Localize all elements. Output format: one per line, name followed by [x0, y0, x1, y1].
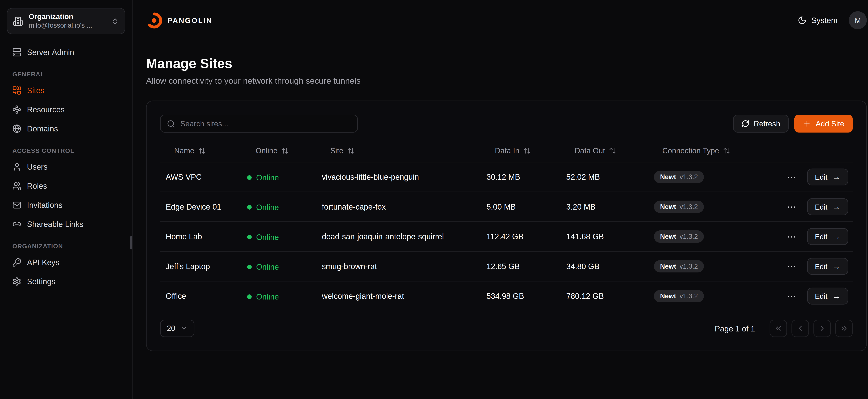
- arrow-right-icon: →: [833, 232, 840, 241]
- sidebar-item-shareable-links[interactable]: Shareable Links: [7, 215, 125, 233]
- row-actions-menu-button[interactable]: ⋯: [784, 170, 799, 184]
- sidebar-item-label: Shareable Links: [27, 220, 83, 229]
- sort-icon: [723, 147, 730, 154]
- sidebar-item-label: Domains: [27, 124, 58, 133]
- status-label: Online: [256, 173, 279, 182]
- arrow-right-icon: →: [833, 202, 840, 211]
- sidebar-item-roles[interactable]: Roles: [7, 177, 125, 195]
- next-page-button[interactable]: [813, 320, 831, 337]
- cell-site: smug-brown-rat: [316, 262, 481, 271]
- sidebar-item-invitations[interactable]: Invitations: [7, 196, 125, 214]
- last-page-button[interactable]: [835, 320, 853, 337]
- topbar: PANGOLIN System M: [133, 0, 868, 40]
- edit-button[interactable]: Edit→: [807, 288, 848, 305]
- column-header-data-out[interactable]: Data Out: [561, 146, 648, 155]
- cell-data-in: 534.98 GB: [481, 291, 561, 301]
- sidebar-item-label: Sites: [27, 86, 44, 95]
- plus-icon: [803, 119, 811, 128]
- link-icon: [12, 220, 21, 229]
- table-row: Jeff's Laptop Online smug-brown-rat 12.6…: [160, 251, 853, 281]
- sidebar-item-label: API Keys: [27, 258, 59, 267]
- column-label: Name: [174, 146, 194, 155]
- conn-version: v1.3.2: [679, 263, 698, 270]
- edit-button[interactable]: Edit→: [807, 228, 848, 245]
- edit-button[interactable]: Edit→: [807, 168, 848, 185]
- sidebar-item-resources[interactable]: Resources: [7, 100, 125, 119]
- org-switcher-value: milo@fossorial.io's ...: [29, 21, 105, 30]
- edit-label: Edit: [815, 203, 828, 211]
- page-size-value: 20: [167, 324, 175, 333]
- cell-data-out: 141.68 GB: [561, 232, 648, 241]
- sort-icon: [347, 147, 355, 154]
- sidebar-scrollbar-thumb[interactable]: [130, 236, 132, 249]
- gear-icon: [12, 277, 21, 286]
- table-footer: 20 Page 1 of 1: [160, 320, 853, 337]
- refresh-label: Refresh: [754, 119, 780, 128]
- search-input[interactable]: [180, 119, 351, 128]
- cell-actions: ⋯ Edit→: [761, 228, 853, 245]
- refresh-button[interactable]: Refresh: [733, 115, 789, 133]
- pangolin-logo-icon: [146, 12, 162, 28]
- globe-icon: [12, 124, 21, 133]
- cell-connection-type: Newtv1.3.2: [648, 290, 761, 302]
- page-size-select[interactable]: 20: [160, 320, 194, 337]
- conn-name: Newt: [660, 263, 676, 270]
- main-area: PANGOLIN System M Manage Sites Allow con…: [133, 0, 868, 399]
- sidebar-item-sites[interactable]: Sites: [7, 82, 125, 99]
- page-title: Manage Sites: [146, 55, 867, 71]
- chevron-right-icon: [818, 324, 826, 333]
- sidebar-item-users[interactable]: Users: [7, 158, 125, 176]
- page-subtitle: Allow connectivity to your network throu…: [146, 75, 867, 86]
- cell-online: Online: [242, 291, 316, 301]
- online-dot-icon: [247, 264, 252, 269]
- chevrons-up-down-icon: [111, 17, 119, 25]
- theme-toggle[interactable]: System: [798, 16, 838, 25]
- cell-connection-type: Newtv1.3.2: [648, 171, 761, 183]
- edit-label: Edit: [815, 292, 828, 300]
- user-icon: [12, 162, 21, 172]
- add-site-button[interactable]: Add Site: [794, 115, 853, 133]
- sidebar-section-general: GENERAL: [7, 62, 125, 82]
- first-page-button[interactable]: [770, 320, 787, 337]
- sidebar-item-server-admin[interactable]: Server Admin: [7, 43, 125, 61]
- server-icon: [12, 48, 21, 57]
- avatar-initial: M: [855, 16, 861, 25]
- chevron-down-icon: [180, 325, 188, 332]
- cell-name: AWS VPC: [160, 173, 242, 181]
- edit-label: Edit: [815, 262, 828, 271]
- avatar[interactable]: M: [849, 11, 867, 29]
- row-actions-menu-button[interactable]: ⋯: [784, 200, 799, 214]
- page-content: Manage Sites Allow connectivity to your …: [133, 40, 868, 351]
- pagination: Page 1 of 1: [715, 320, 853, 337]
- connection-type-badge: Newtv1.3.2: [654, 171, 704, 183]
- sidebar-section-access-control: ACCESS CONTROL: [7, 139, 125, 158]
- mail-icon: [12, 201, 21, 210]
- org-switcher-texts: Organization milo@fossorial.io's ...: [29, 12, 105, 30]
- column-header-data-in[interactable]: Data In: [481, 146, 561, 155]
- column-header-site[interactable]: Site: [316, 146, 481, 155]
- prev-page-button[interactable]: [792, 320, 809, 337]
- cell-site: fortunate-cape-fox: [316, 202, 481, 211]
- table-row: Office Online welcome-giant-mole-rat 534…: [160, 281, 853, 311]
- cell-data-out: 3.20 MB: [561, 202, 648, 211]
- column-header-online[interactable]: Online: [242, 146, 316, 155]
- column-label: Data In: [495, 146, 519, 155]
- brand-logo[interactable]: PANGOLIN: [146, 12, 213, 28]
- row-actions-menu-button[interactable]: ⋯: [784, 259, 799, 273]
- row-actions-menu-button[interactable]: ⋯: [784, 229, 799, 244]
- edit-button[interactable]: Edit→: [807, 258, 848, 275]
- org-switcher[interactable]: Organization milo@fossorial.io's ...: [7, 8, 125, 34]
- table-header: Name Online Site Data In: [160, 140, 853, 162]
- conn-name: Newt: [660, 203, 676, 211]
- topbar-right: System M: [798, 11, 867, 29]
- edit-button[interactable]: Edit→: [807, 198, 848, 215]
- column-header-connection-type[interactable]: Connection Type: [648, 146, 761, 155]
- org-switcher-title: Organization: [29, 12, 105, 21]
- sidebar-item-settings[interactable]: Settings: [7, 272, 125, 290]
- connection-type-badge: Newtv1.3.2: [654, 231, 704, 243]
- row-actions-menu-button[interactable]: ⋯: [784, 289, 799, 303]
- column-header-name[interactable]: Name: [160, 146, 242, 155]
- sidebar-item-api-keys[interactable]: API Keys: [7, 253, 125, 271]
- online-dot-icon: [247, 294, 252, 299]
- sidebar-item-domains[interactable]: Domains: [7, 120, 125, 138]
